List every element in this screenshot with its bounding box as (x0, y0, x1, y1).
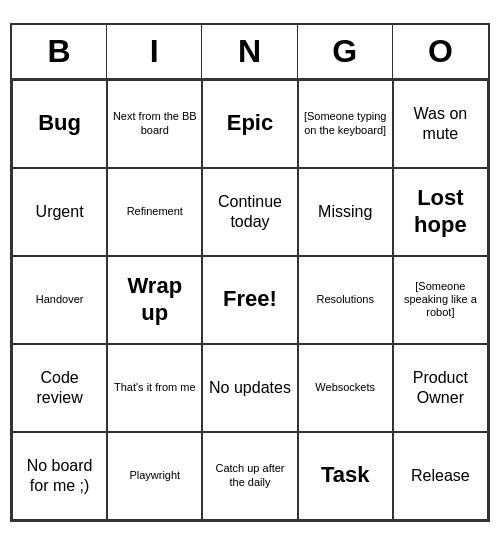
bingo-cell-text-8: Missing (318, 202, 372, 221)
bingo-cell-19[interactable]: Product Owner (393, 344, 488, 432)
bingo-cell-text-4: Was on mute (398, 104, 483, 142)
bingo-cell-18[interactable]: Websockets (298, 344, 393, 432)
header-letter-O: O (393, 25, 488, 78)
bingo-cell-text-3: [Someone typing on the keyboard] (303, 110, 388, 136)
bingo-cell-9[interactable]: Lost hope (393, 168, 488, 256)
bingo-cell-24[interactable]: Release (393, 432, 488, 520)
bingo-cell-text-7: Continue today (207, 192, 292, 230)
bingo-cell-text-18: Websockets (315, 381, 375, 394)
bingo-cell-text-12: Free! (223, 286, 277, 312)
bingo-cell-text-20: No board for me ;) (17, 456, 102, 494)
bingo-cell-13[interactable]: Resolutions (298, 256, 393, 344)
bingo-cell-text-21: Playwright (129, 469, 180, 482)
bingo-cell-23[interactable]: Task (298, 432, 393, 520)
bingo-cell-text-15: Code review (17, 368, 102, 406)
bingo-cell-8[interactable]: Missing (298, 168, 393, 256)
bingo-cell-12[interactable]: Free! (202, 256, 297, 344)
bingo-cell-16[interactable]: That's it from me (107, 344, 202, 432)
bingo-cell-text-0: Bug (38, 110, 81, 136)
bingo-cell-11[interactable]: Wrap up (107, 256, 202, 344)
bingo-cell-text-14: [Someone speaking like a robot] (398, 280, 483, 320)
bingo-cell-text-23: Task (321, 462, 370, 488)
header-letter-B: B (12, 25, 107, 78)
bingo-cell-14[interactable]: [Someone speaking like a robot] (393, 256, 488, 344)
header-letter-G: G (298, 25, 393, 78)
bingo-cell-text-24: Release (411, 466, 470, 485)
bingo-cell-text-16: That's it from me (114, 381, 196, 394)
bingo-cell-10[interactable]: Handover (12, 256, 107, 344)
bingo-cell-text-10: Handover (36, 293, 84, 306)
bingo-cell-1[interactable]: Next from the BB board (107, 80, 202, 168)
bingo-cell-text-5: Urgent (36, 202, 84, 221)
bingo-cell-5[interactable]: Urgent (12, 168, 107, 256)
bingo-cell-text-19: Product Owner (398, 368, 483, 406)
bingo-cell-17[interactable]: No updates (202, 344, 297, 432)
bingo-cell-3[interactable]: [Someone typing on the keyboard] (298, 80, 393, 168)
bingo-card: BINGO BugNext from the BB boardEpic[Some… (10, 23, 490, 522)
bingo-cell-6[interactable]: Refinement (107, 168, 202, 256)
bingo-cell-text-13: Resolutions (316, 293, 373, 306)
bingo-cell-15[interactable]: Code review (12, 344, 107, 432)
bingo-header: BINGO (12, 25, 488, 80)
bingo-cell-4[interactable]: Was on mute (393, 80, 488, 168)
bingo-cell-21[interactable]: Playwright (107, 432, 202, 520)
bingo-cell-20[interactable]: No board for me ;) (12, 432, 107, 520)
bingo-cell-0[interactable]: Bug (12, 80, 107, 168)
bingo-cell-text-9: Lost hope (398, 185, 483, 238)
bingo-cell-text-22: Catch up after the daily (207, 462, 292, 488)
header-letter-I: I (107, 25, 202, 78)
header-letter-N: N (202, 25, 297, 78)
bingo-cell-22[interactable]: Catch up after the daily (202, 432, 297, 520)
bingo-cell-text-1: Next from the BB board (112, 110, 197, 136)
bingo-grid: BugNext from the BB boardEpic[Someone ty… (12, 80, 488, 520)
bingo-cell-7[interactable]: Continue today (202, 168, 297, 256)
bingo-cell-text-11: Wrap up (112, 273, 197, 326)
bingo-cell-text-17: No updates (209, 378, 291, 397)
bingo-cell-text-6: Refinement (127, 205, 183, 218)
bingo-cell-text-2: Epic (227, 110, 273, 136)
bingo-cell-2[interactable]: Epic (202, 80, 297, 168)
